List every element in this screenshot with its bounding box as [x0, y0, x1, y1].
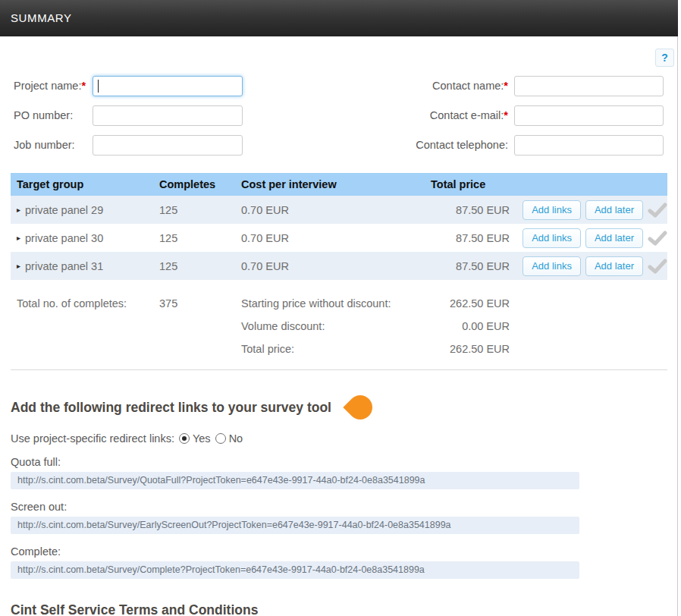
- text-cursor: [98, 80, 99, 93]
- complete-label: Complete:: [11, 545, 667, 558]
- total-price-value: 87.50 EUR: [431, 260, 510, 272]
- project-name-input[interactable]: [93, 76, 243, 96]
- check-icon: [648, 258, 667, 275]
- add-links-button[interactable]: Add links: [523, 228, 581, 248]
- contact-email-input[interactable]: [514, 105, 664, 126]
- completes-value: 125: [159, 204, 241, 216]
- radio-yes-label[interactable]: Yes: [193, 432, 211, 445]
- total-price-value: 87.50 EUR: [431, 232, 510, 244]
- target-group-name: private panel 31: [25, 260, 103, 272]
- expand-row-icon[interactable]: ▸: [17, 262, 20, 270]
- table-row: ▸private panel 30 125 0.70 EUR 87.50 EUR…: [11, 224, 667, 252]
- totals-section: Total no. of completes: 375 Starting pri…: [11, 280, 667, 370]
- completes-value: 125: [159, 260, 241, 272]
- terms-heading: Cint Self Service Terms and Conditions: [11, 602, 667, 616]
- screen-out-label: Screen out:: [11, 501, 667, 513]
- quota-full-label: Quota full:: [11, 456, 667, 468]
- total-completes-label: Total no. of completes:: [11, 297, 159, 310]
- contact-telephone-input[interactable]: [514, 135, 664, 156]
- column-header-cost-per-interview: Cost per interview: [241, 178, 431, 190]
- starting-price-label: Starting price without discount:: [241, 297, 431, 310]
- target-group-name: private panel 29: [25, 204, 103, 216]
- po-number-label: PO number:: [14, 105, 73, 126]
- expand-row-icon[interactable]: ▸: [17, 206, 20, 214]
- table-row: ▸private panel 29 125 0.70 EUR 87.50 EUR…: [11, 196, 667, 224]
- contact-name-label: Contact name:*: [432, 76, 508, 96]
- cost-per-interview-value: 0.70 EUR: [241, 204, 431, 216]
- quota-full-link-group: Quota full: http://s.cint.com.beta/Surve…: [11, 456, 667, 489]
- add-later-button[interactable]: Add later: [585, 256, 643, 276]
- total-price-value: 87.50 EUR: [431, 204, 510, 216]
- orange-pointer-icon: [343, 390, 377, 424]
- column-header-target-group: Target group: [11, 178, 159, 190]
- help-icon: ?: [661, 52, 668, 64]
- quota-full-url[interactable]: http://s.cint.com.beta/Survey/QuotaFull?…: [11, 472, 579, 489]
- page-title: SUMMARY: [11, 11, 72, 24]
- add-later-button[interactable]: Add later: [585, 228, 643, 248]
- required-asterisk: *: [81, 80, 86, 92]
- radio-yes[interactable]: [179, 433, 190, 444]
- grand-total-price-value: 262.50 EUR: [431, 343, 510, 355]
- total-price-label: Total price:: [241, 343, 431, 355]
- check-icon: [648, 202, 667, 218]
- expand-row-icon[interactable]: ▸: [17, 234, 20, 242]
- job-number-input[interactable]: [93, 135, 243, 156]
- add-links-button[interactable]: Add links: [523, 256, 581, 276]
- required-asterisk: *: [504, 109, 508, 121]
- complete-url[interactable]: http://s.cint.com.beta/Survey/Complete?P…: [11, 561, 579, 579]
- contact-telephone-label: Contact telephone:: [416, 135, 508, 156]
- cost-per-interview-value: 0.70 EUR: [241, 260, 431, 272]
- po-number-input[interactable]: [93, 105, 243, 126]
- radio-no-label[interactable]: No: [229, 432, 243, 445]
- contact-email-label: Contact e-mail:*: [430, 105, 508, 126]
- screen-out-url[interactable]: http://s.cint.com.beta/Survey/EarlyScree…: [11, 517, 579, 534]
- completes-value: 125: [159, 232, 241, 244]
- add-links-button[interactable]: Add links: [523, 200, 581, 220]
- target-group-name: private panel 30: [25, 232, 103, 244]
- redirect-section-heading: Add the following redirect links to your…: [11, 395, 667, 420]
- redirect-links-section: Add the following redirect links to your…: [11, 395, 667, 616]
- total-completes-value: 375: [159, 297, 241, 310]
- table-header-row: Target group Completes Cost per intervie…: [11, 173, 667, 196]
- add-later-button[interactable]: Add later: [585, 200, 643, 220]
- required-asterisk: *: [504, 80, 508, 92]
- job-number-label: Job number:: [14, 135, 75, 156]
- column-header-total-price: Total price: [431, 178, 510, 190]
- radio-no[interactable]: [215, 433, 226, 444]
- help-button[interactable]: ?: [655, 49, 674, 67]
- check-icon: [648, 230, 667, 247]
- project-name-label: Project name:*: [14, 76, 86, 96]
- cost-per-interview-value: 0.70 EUR: [241, 232, 431, 244]
- title-bar: SUMMARY: [0, 0, 678, 36]
- starting-price-value: 262.50 EUR: [431, 297, 510, 310]
- project-form: Project name:* Contact name:* PO number:…: [0, 76, 678, 159]
- redirect-links-choice: Use project-specific redirect links: Yes…: [11, 432, 667, 445]
- radio-group-label: Use project-specific redirect links:: [11, 432, 174, 445]
- column-header-completes: Completes: [159, 178, 241, 190]
- page: SUMMARY ? Project name:* Contact name:* …: [0, 0, 678, 616]
- screen-out-link-group: Screen out: http://s.cint.com.beta/Surve…: [11, 501, 667, 534]
- contact-name-input[interactable]: [514, 76, 664, 96]
- complete-link-group: Complete: http://s.cint.com.beta/Survey/…: [11, 545, 667, 579]
- volume-discount-label: Volume discount:: [241, 320, 431, 332]
- table-row: ▸private panel 31 125 0.70 EUR 87.50 EUR…: [11, 252, 667, 280]
- volume-discount-value: 0.00 EUR: [431, 320, 510, 332]
- target-group-table: Target group Completes Cost per intervie…: [11, 173, 667, 370]
